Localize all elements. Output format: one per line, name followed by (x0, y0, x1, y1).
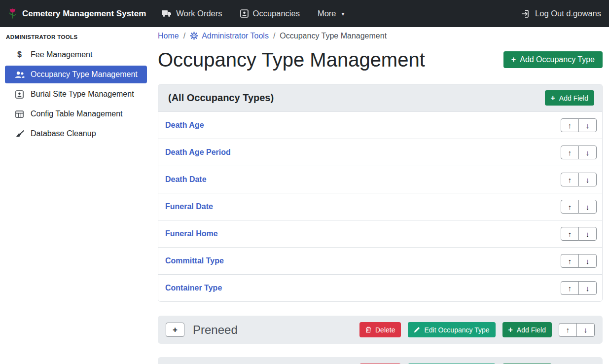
down-arrow-icon: ↓ (584, 326, 588, 334)
up-arrow-icon: ↑ (568, 148, 572, 157)
expand-button[interactable]: + (166, 323, 184, 337)
move-down-button[interactable]: ↓ (578, 118, 597, 132)
reorder-group: ↑ ↓ (559, 323, 595, 337)
sidebar-item-burial-site-type-management[interactable]: Burial Site Type Management (5, 85, 147, 103)
down-arrow-icon: ↓ (586, 257, 590, 265)
sidebar: ADMINISTRATOR TOOLS $ Fee Management Occ… (0, 27, 152, 364)
section-preneed: + Preneed Delete (158, 316, 603, 344)
move-up-button[interactable]: ↑ (561, 200, 579, 214)
move-up-button[interactable]: ↑ (561, 146, 579, 159)
app-title: Cemetery Management System (22, 9, 146, 19)
section-interment: + Interment Delete (158, 357, 603, 364)
nav-work-orders[interactable]: Work Orders (162, 9, 222, 18)
delete-button[interactable]: Delete (359, 322, 401, 337)
logout-button[interactable]: Log Out d.gowans (521, 9, 601, 18)
table-row: Death Age ↑ ↓ (158, 112, 602, 139)
gear-icon (190, 32, 198, 40)
field-link[interactable]: Container Type (165, 283, 222, 293)
top-navbar: Cemetery Management System Work Orders (0, 0, 609, 27)
broom-icon (14, 130, 25, 138)
move-down-button[interactable]: ↓ (578, 227, 597, 241)
up-arrow-icon: ↑ (568, 230, 572, 238)
up-arrow-icon: ↑ (568, 257, 572, 265)
breadcrumb-home-link[interactable]: Home (158, 32, 179, 40)
portrait-icon (14, 90, 25, 99)
move-up-button[interactable]: ↑ (561, 254, 579, 268)
down-arrow-icon: ↓ (586, 230, 590, 238)
users-icon (14, 71, 25, 78)
add-occupancy-type-button[interactable]: + Add Occupancy Type (503, 51, 603, 68)
field-link[interactable]: Death Age Period (165, 147, 231, 157)
sidebar-item-label: Fee Management (31, 50, 92, 59)
move-up-button[interactable]: ↑ (561, 227, 579, 241)
move-down-button[interactable]: ↓ (578, 254, 597, 268)
main-nav: Work Orders Occupancies More ▾ (162, 9, 344, 18)
move-down-button[interactable]: ↓ (576, 323, 595, 337)
field-link[interactable]: Committal Type (165, 256, 224, 266)
sidebar-item-fee-management[interactable]: $ Fee Management (5, 46, 147, 64)
reorder-group: ↑ ↓ (561, 173, 597, 186)
add-occupancy-type-label: Add Occupancy Type (520, 55, 595, 64)
add-field-label: Add Field (559, 94, 588, 102)
breadcrumb-separator: / (273, 32, 275, 40)
sidebar-item-database-cleanup[interactable]: Database Cleanup (5, 125, 147, 143)
up-arrow-icon: ↑ (568, 121, 572, 130)
table-row: Death Age Period ↑ ↓ (158, 139, 602, 166)
nav-occupancies-label: Occupancies (253, 9, 300, 18)
down-arrow-icon: ↓ (586, 284, 590, 292)
move-down-button[interactable]: ↓ (578, 146, 597, 159)
flower-icon (8, 7, 17, 20)
up-arrow-icon: ↑ (568, 176, 572, 184)
table-row: Death Date ↑ ↓ (158, 166, 602, 193)
move-up-button[interactable]: ↑ (559, 323, 577, 337)
sidebar-item-label: Burial Site Type Management (31, 90, 134, 99)
breadcrumb: Home / Administrator Tools (158, 31, 603, 40)
dollar-icon: $ (14, 50, 25, 59)
reorder-group: ↑ ↓ (561, 254, 597, 268)
plus-icon: + (511, 56, 516, 64)
section-title: Preneed (193, 323, 238, 337)
chevron-down-icon: ▾ (342, 10, 345, 17)
sign-out-icon (521, 10, 531, 18)
edit-occupancy-type-button[interactable]: Edit Occupancy Type (408, 322, 495, 337)
table-row: Funeral Date ↑ ↓ (158, 193, 602, 220)
move-down-button[interactable]: ↓ (578, 200, 597, 214)
add-field-button[interactable]: + Add Field (502, 322, 552, 337)
plus-icon: + (551, 94, 555, 102)
app-brand[interactable]: Cemetery Management System (8, 7, 146, 20)
field-link[interactable]: Death Date (165, 175, 207, 184)
field-link[interactable]: Funeral Home (165, 229, 218, 239)
move-up-button[interactable]: ↑ (561, 281, 579, 295)
breadcrumb-admin-tools-label: Administrator Tools (202, 32, 269, 40)
move-down-button[interactable]: ↓ (578, 173, 597, 186)
field-link[interactable]: Death Age (165, 120, 204, 130)
reorder-group: ↑ ↓ (561, 281, 597, 295)
sidebar-item-occupancy-type-management[interactable]: Occupancy Type Management (5, 66, 147, 83)
move-down-button[interactable]: ↓ (578, 281, 597, 295)
table-icon (14, 110, 25, 118)
all-occupancy-types-header: (All Occupancy Types) + Add Field (158, 84, 602, 112)
add-field-button[interactable]: + Add Field (545, 90, 595, 106)
nav-occupancies[interactable]: Occupancies (240, 9, 300, 18)
down-arrow-icon: ↓ (586, 176, 590, 184)
move-up-button[interactable]: ↑ (561, 118, 579, 132)
edit-occupancy-type-label: Edit Occupancy Type (424, 326, 489, 334)
nav-work-orders-label: Work Orders (176, 9, 222, 18)
move-up-button[interactable]: ↑ (561, 173, 579, 186)
plus-icon: + (508, 326, 513, 334)
up-arrow-icon: ↑ (566, 326, 570, 334)
pencil-icon (414, 327, 420, 333)
breadcrumb-separator: / (183, 32, 185, 40)
sidebar-item-config-table-management[interactable]: Config Table Management (5, 105, 147, 123)
sidebar-item-label: Database Cleanup (31, 129, 96, 138)
sidebar-item-label: Config Table Management (31, 109, 123, 118)
table-row: Funeral Home ↑ ↓ (158, 220, 602, 247)
breadcrumb-current: Occupancy Type Management (280, 32, 387, 40)
nav-more[interactable]: More ▾ (318, 9, 345, 18)
field-link[interactable]: Funeral Date (165, 202, 213, 212)
all-occupancy-types-title: (All Occupancy Types) (168, 92, 274, 104)
up-arrow-icon: ↑ (568, 203, 572, 211)
trash-icon (365, 327, 371, 333)
table-row: Committal Type ↑ ↓ (158, 247, 602, 274)
breadcrumb-admin-tools-link[interactable]: Administrator Tools (190, 32, 269, 40)
